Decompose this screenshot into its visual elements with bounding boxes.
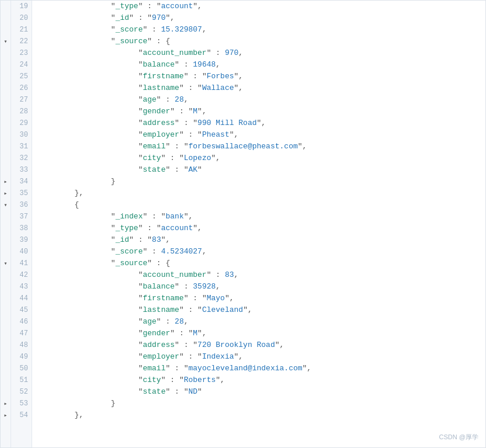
code-line: "_source" : { (38, 36, 485, 47)
gutter-cell (1, 24, 11, 36)
token-punct: " (161, 374, 166, 386)
line-number: 33 (20, 164, 28, 176)
code-line: "_type" : "account", (38, 1, 485, 12)
token-punct: : (175, 328, 188, 339)
gutter-cell (1, 293, 11, 304)
gutter-cell (1, 94, 11, 106)
token-punct: " (138, 293, 143, 304)
token-punct: " (184, 164, 189, 176)
token-brace: }, (74, 409, 84, 421)
gutter-cell[interactable]: ▾ (1, 36, 11, 47)
line-number: 23 (20, 47, 28, 59)
line-number: 43 (20, 281, 28, 293)
token-str: forbeswallace@pheast.com (189, 141, 298, 152)
token-punct: : (134, 12, 147, 24)
token-key: age (143, 94, 156, 106)
token-punct: " (184, 141, 189, 152)
token-punct: " (138, 129, 143, 141)
code-content: "_type" : "account", "_id" : "970", "_sc… (32, 1, 485, 447)
token-punct: ", (197, 328, 207, 339)
gutter-cell (1, 304, 11, 316)
token-str: AK (189, 164, 198, 176)
token-punct: " (111, 12, 116, 24)
gutter-cell[interactable]: ▸ (1, 409, 11, 421)
token-punct: : (184, 129, 197, 141)
token-key: _index (116, 211, 143, 223)
line-number: 42 (20, 269, 28, 281)
token-punct: " (170, 106, 175, 117)
token-punct: " (197, 386, 202, 398)
token-punct: : (170, 386, 183, 398)
line-number: 29 (20, 117, 28, 129)
line-number: 20 (20, 12, 28, 24)
token-punct: " (197, 129, 202, 141)
token-punct: : (211, 269, 224, 281)
token-punct: " (138, 374, 143, 386)
token-punct: : (188, 71, 202, 82)
token-punct: " (138, 339, 143, 351)
code-line: }, (38, 187, 485, 199)
token-punct: " (207, 47, 211, 59)
line-number: 30 (20, 129, 28, 141)
token-punct: " (179, 129, 184, 141)
token-punct: : (170, 141, 183, 152)
line-number: 54 (20, 409, 28, 421)
token-str: Pheast (202, 129, 230, 141)
token-key: address (143, 117, 175, 129)
line-number: 35 (20, 187, 28, 199)
code-line: "firstname" : "Mayo", (38, 293, 485, 304)
token-str: 990 Mill Road (197, 117, 256, 129)
gutter-cell[interactable]: ▸ (1, 176, 11, 187)
token-punct: : (143, 1, 156, 12)
token-punct: " (143, 246, 147, 258)
token-brace: { (74, 199, 79, 211)
token-punct: ", (243, 304, 252, 316)
token-punct: " (138, 117, 143, 129)
gutter-cell[interactable]: ▸ (1, 398, 11, 409)
code-line: "city" : "Roberts", (38, 374, 485, 386)
token-str: bank (165, 211, 183, 223)
token-punct: : (179, 117, 193, 129)
gutter-cell (1, 316, 11, 328)
token-punct: ", (165, 12, 175, 24)
token-punct: " (197, 351, 202, 363)
gutter-cell (1, 223, 11, 234)
token-punct: " (161, 152, 166, 164)
code-line: "_id" : "83", (38, 234, 485, 246)
token-punct: " (138, 304, 143, 316)
gutter-cell (1, 106, 11, 117)
token-punct: " (157, 94, 161, 106)
token-punct: : (165, 374, 179, 386)
code-line: "age" : 28, (38, 316, 485, 328)
token-str: Mayo (207, 293, 225, 304)
token-punct: " (138, 269, 143, 281)
line-number: 52 (20, 386, 28, 398)
token-punct: ", (197, 106, 207, 117)
token-num: 4.5234027 (161, 246, 202, 258)
token-punct: " (188, 328, 193, 339)
token-punct: " (202, 293, 207, 304)
gutter-cell (1, 351, 11, 363)
token-key: account_number (143, 269, 206, 281)
token-num: 35928 (193, 281, 216, 293)
token-punct: " (179, 82, 184, 94)
code-line: "balance" : 35928, (38, 281, 485, 293)
line-number: 36 (20, 199, 28, 211)
token-punct: " (157, 316, 161, 328)
token-num: 19648 (193, 59, 216, 71)
gutter-cell (1, 269, 11, 281)
token-key: gender (143, 106, 170, 117)
gutter-cell[interactable]: ▸ (1, 187, 11, 199)
token-punct: " (161, 211, 166, 223)
token-punct: , (234, 269, 239, 281)
token-key: _type (116, 1, 138, 12)
token-punct: " (193, 339, 197, 351)
gutter-cell[interactable]: ▾ (1, 258, 11, 269)
gutter-cell[interactable]: ▾ (1, 199, 11, 211)
gutter-cell (1, 152, 11, 164)
token-punct: : (161, 94, 175, 106)
token-key: state (143, 386, 165, 398)
token-punct: ", (257, 117, 266, 129)
token-punct: " (111, 24, 116, 36)
token-key: _source (116, 258, 148, 269)
